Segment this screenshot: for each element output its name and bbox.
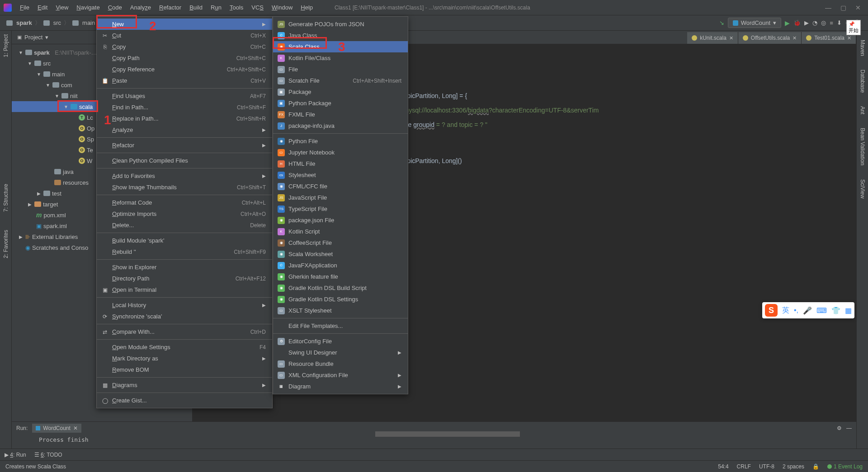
ctx-find-in-path-[interactable]: Find in Path...Ctrl+Shift+F xyxy=(97,102,272,113)
line-separator[interactable]: CRLF xyxy=(737,463,751,470)
ctx-delete-[interactable]: Delete...Delete xyxy=(97,220,272,231)
menu-view[interactable]: View xyxy=(52,2,72,13)
new-package-json-file[interactable]: ◉package.json File xyxy=(273,215,408,226)
new-package-info-java[interactable]: Jpackage-info.java xyxy=(273,120,408,131)
close-icon[interactable]: ✕ xyxy=(729,35,733,41)
tool-project[interactable]: 1: Project xyxy=(3,34,9,57)
ctx-reformat-code[interactable]: Reformat CodeCtrl+Alt+L xyxy=(97,197,272,208)
menu-edit[interactable]: Edit xyxy=(34,2,51,13)
tool-favorites[interactable]: 2: Favorites xyxy=(3,230,9,258)
ctx-refactor[interactable]: Refactor▶ xyxy=(97,140,272,151)
ctx-replace-in-path-[interactable]: Replace in Path...Ctrl+Shift+R xyxy=(97,113,272,124)
ctx-clean-python-compiled-files[interactable]: Clean Python Compiled Files xyxy=(97,155,272,166)
context-menu[interactable]: New▶✂CutCtrl+X⎘CopyCtrl+CCopy PathCtrl+S… xyxy=(96,16,273,408)
menu-vcs[interactable]: VCS xyxy=(248,2,267,13)
ctx-synchronize-scala-[interactable]: ⟳Synchronize 'scala' xyxy=(97,311,272,322)
menu-navigate[interactable]: Navigate xyxy=(73,2,103,13)
menu-help[interactable]: Help xyxy=(297,2,316,13)
ime-punct-icon[interactable]: •, xyxy=(794,306,798,314)
ime-toolbox-icon[interactable]: ▦ xyxy=(845,306,852,315)
maximize-icon[interactable]: ▢ xyxy=(840,4,846,11)
new-fxml-file[interactable]: FXFXML File xyxy=(273,109,408,120)
new-swing-ui-designer[interactable]: Swing UI Designer▶ xyxy=(273,347,408,358)
tool-maven[interactable]: Maven xyxy=(859,40,866,56)
new-gherkin-feature-file[interactable]: ◉Gherkin feature file xyxy=(273,271,408,282)
menu-tools[interactable]: Tools xyxy=(226,2,247,13)
breadcrumb-item[interactable]: spark xyxy=(16,19,32,26)
ctx-local-history[interactable]: Local History▶ xyxy=(97,299,272,311)
editor-tab[interactable]: OffsetUtils.scala✕ xyxy=(738,32,802,44)
ctx-diagrams[interactable]: ▦Diagrams▶ xyxy=(97,379,272,391)
caret-position[interactable]: 54:4 xyxy=(718,463,728,470)
new-gradle-kotlin-dsl-build-script[interactable]: ◉Gradle Kotlin DSL Build Script xyxy=(273,282,408,294)
ctx-compare-with-[interactable]: ⇄Compare With...Ctrl+D xyxy=(97,326,272,337)
tool-ant[interactable]: Ant xyxy=(859,106,866,114)
build-icon[interactable]: ↘ xyxy=(719,19,724,26)
horizontal-scrollbar[interactable] xyxy=(203,431,529,437)
minimize-icon[interactable]: — xyxy=(825,4,831,11)
ctx-copy-path[interactable]: Copy PathCtrl+Shift+C xyxy=(97,52,272,64)
lock-icon[interactable]: 🔒 xyxy=(812,463,819,470)
tool-database[interactable]: Database xyxy=(859,70,866,93)
new-diagram[interactable]: ▦Diagram▶ xyxy=(273,381,408,392)
new-submenu[interactable]: JSGenerate POJOs from JSON©Java Class◉Sc… xyxy=(273,16,408,394)
close-icon[interactable]: ✕ xyxy=(793,35,797,41)
chevron-down-icon[interactable]: ▾ xyxy=(45,34,48,41)
new-stylesheet[interactable]: csStylesheet xyxy=(273,169,408,181)
ime-keyboard-icon[interactable]: ⌨ xyxy=(816,306,827,315)
ctx-show-image-thumbnails[interactable]: Show Image ThumbnailsCtrl+Shift+T xyxy=(97,182,272,193)
new-python-file[interactable]: ◉Python File xyxy=(273,136,408,147)
tool-sciview[interactable]: SciView xyxy=(859,179,866,198)
ctx-create-gist-[interactable]: ◯Create Gist... xyxy=(97,395,272,406)
minimize-icon[interactable]: — xyxy=(846,425,852,431)
concurrency-icon[interactable]: ◎ xyxy=(821,19,826,26)
new-edit-file-templates-[interactable]: Edit File Templates... xyxy=(273,320,408,332)
coverage-icon[interactable]: ▶ xyxy=(804,19,809,26)
menu-build[interactable]: Build xyxy=(186,2,206,13)
run-config-selector[interactable]: WordCount ▾ xyxy=(728,18,782,28)
close-icon[interactable]: ✕ xyxy=(847,35,851,41)
menu-analyze[interactable]: Analyze xyxy=(127,2,155,13)
new-coffeescript-file[interactable]: ◉CoffeeScript File xyxy=(273,237,408,248)
ctx-directory-path[interactable]: Directory PathCtrl+Alt+F12 xyxy=(97,273,272,284)
ctx-paste[interactable]: 📋PasteCtrl+V xyxy=(97,75,272,86)
profile-icon[interactable]: ◔ xyxy=(812,19,817,26)
new-xml-configuration-file[interactable]: ▭XML Configuration File▶ xyxy=(273,369,408,381)
ctx-add-to-favorites[interactable]: Add to Favorites▶ xyxy=(97,170,272,182)
menu-window[interactable]: Window xyxy=(268,2,296,13)
new-generate-pojos-from-json[interactable]: JSGenerate POJOs from JSON xyxy=(273,19,408,30)
new-jupyter-notebook[interactable]: ▭Jupyter Notebook xyxy=(273,147,408,158)
menu-file[interactable]: File xyxy=(16,2,33,13)
new-kotlin-script[interactable]: KKotlin Script xyxy=(273,226,408,237)
run-tab[interactable]: WordCount✕ xyxy=(32,424,81,433)
tool-structure[interactable]: 7: Structure xyxy=(3,184,9,212)
indent-status[interactable]: 2 spaces xyxy=(783,463,804,470)
new-scala-worksheet[interactable]: ◉Scala Worksheet xyxy=(273,248,408,260)
new-cfml-cfc-file[interactable]: ◉CFML/CFC file xyxy=(273,181,408,192)
new-gradle-kotlin-dsl-settings[interactable]: ◉Gradle Kotlin DSL Settings xyxy=(273,294,408,305)
ctx-build-module-spark-[interactable]: Build Module 'spark' xyxy=(97,235,272,246)
breadcrumb-item[interactable]: src xyxy=(53,19,61,26)
ctx-analyze[interactable]: Analyze▶ xyxy=(97,124,272,136)
menu-code[interactable]: Code xyxy=(104,2,126,13)
ctx-copy[interactable]: ⎘CopyCtrl+C xyxy=(97,41,272,52)
ctx-remove-bom[interactable]: Remove BOM xyxy=(97,364,272,375)
start-overlay[interactable]: 📌开始 xyxy=(846,20,861,35)
tool-run[interactable]: ▶ 4: Run xyxy=(5,452,26,458)
ime-lang[interactable]: 英 xyxy=(782,306,789,315)
new-file[interactable]: ▭File xyxy=(273,64,408,75)
close-icon[interactable]: ✕ xyxy=(855,4,861,11)
ctx-open-in-terminal[interactable]: ▣Open in Terminal xyxy=(97,284,272,295)
ctx-find-usages[interactable]: Find UsagesAlt+F7 xyxy=(97,90,272,102)
ctx-cut[interactable]: ✂CutCtrl+X xyxy=(97,30,272,41)
debug-icon[interactable]: 🐞 xyxy=(793,19,801,26)
scrollbar-thumb[interactable] xyxy=(375,431,520,437)
menu-refactor[interactable]: Refactor xyxy=(156,2,185,13)
new-python-package[interactable]: ▣Python Package xyxy=(273,98,408,109)
tool-todo[interactable]: ☰ 6: TODO xyxy=(34,452,62,458)
new-package[interactable]: ▣Package xyxy=(273,86,408,98)
gear-icon[interactable]: ⚙ xyxy=(837,425,842,431)
event-log[interactable]: 1 Event Log xyxy=(827,463,863,470)
new-resource-bundle[interactable]: ▭Resource Bundle xyxy=(273,358,408,369)
new-scratch-file[interactable]: ▭Scratch FileCtrl+Alt+Shift+Insert xyxy=(273,75,408,86)
